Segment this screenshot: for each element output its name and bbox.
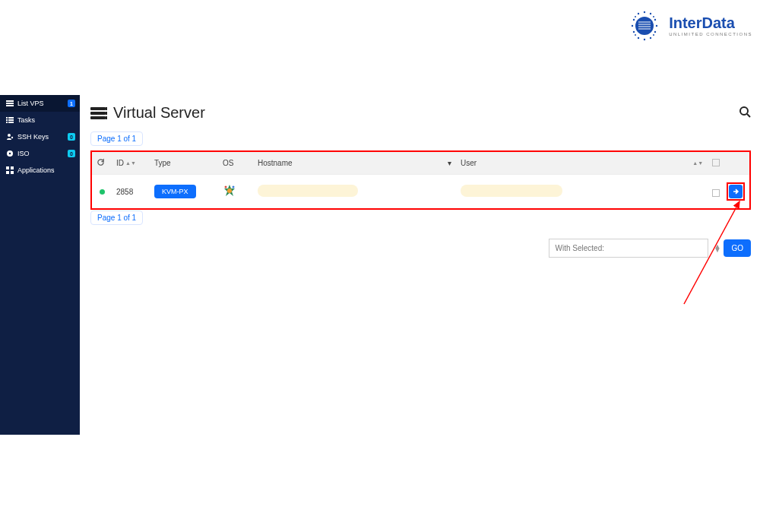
svg-point-14 [650,37,651,39]
column-type[interactable]: Type [150,152,218,175]
apps-icon [6,166,14,174]
status-dot [100,189,105,195]
column-os[interactable]: OS [218,152,253,175]
vps-table: ID▲▼ Type OS Hostname ▾ User ▲▼ 2858 KVM… [92,152,749,208]
svg-rect-1 [638,20,651,32]
table-row: 2858 KVM-PX [92,175,749,209]
sidebar-badge: 0 [68,133,75,141]
svg-rect-36 [11,166,14,169]
page-title: Virtual Server [113,104,205,122]
sidebar-item-tasks[interactable]: Tasks [0,112,80,128]
svg-point-16 [654,31,656,33]
svg-point-18 [635,16,636,17]
svg-rect-23 [6,103,14,104]
column-user[interactable]: User [456,152,686,175]
svg-line-40 [747,114,750,117]
main-content: Virtual Server Page 1 of 1 ID▲▼ Type OS … [80,95,760,435]
sidebar: List VPS 1 Tasks SSH Keys 0 ISO 0 [0,95,80,435]
column-sort-user[interactable]: ▲▼ [686,152,708,175]
column-id[interactable]: ID▲▼ [112,152,150,175]
svg-rect-29 [6,122,8,123]
sort-icon: ▲▼ [692,162,703,165]
column-refresh[interactable] [92,152,112,175]
with-selected-dropdown[interactable]: With Selected: [549,239,708,258]
svg-point-8 [633,31,635,33]
svg-rect-27 [6,119,8,121]
svg-rect-35 [6,166,9,169]
bulk-action-row: With Selected: ▲▼ GO [90,239,751,258]
sidebar-badge: 0 [68,150,75,157]
svg-point-7 [633,19,635,21]
svg-point-19 [653,16,654,17]
svg-point-20 [635,34,636,36]
go-button[interactable]: GO [724,239,751,257]
sidebar-item-list-vps[interactable]: List VPS 1 [0,95,80,112]
svg-point-21 [653,34,654,36]
column-hostname[interactable]: Hostname [253,152,443,175]
svg-point-13 [650,13,651,14]
svg-point-34 [9,153,11,154]
sidebar-item-label: SSH Keys [17,133,49,141]
sort-icon: ▲▼ [125,162,136,165]
globe-icon [626,8,663,44]
user-key-icon [6,133,14,141]
svg-point-43 [225,186,227,188]
svg-rect-37 [6,171,9,174]
sidebar-item-applications[interactable]: Applications [0,162,80,179]
svg-point-32 [11,137,13,138]
pagination-top[interactable]: Page 1 of 1 [90,131,143,146]
column-dropdown[interactable]: ▾ [443,152,456,175]
type-badge: KVM-PX [154,185,196,198]
brand-name: InterData [669,15,752,30]
svg-rect-26 [8,117,14,119]
pagination-bottom[interactable]: Page 1 of 1 [90,211,143,225]
sidebar-item-label: ISO [17,150,30,157]
sidebar-item-iso[interactable]: ISO 0 [0,145,80,162]
svg-point-15 [654,19,656,21]
svg-point-41 [227,188,232,193]
brand-tagline: UNLIMITED CONNECTIONS [669,32,752,36]
row-checkbox[interactable] [712,189,720,197]
os-icon [223,184,236,198]
svg-rect-38 [11,171,14,174]
column-select-all[interactable] [708,152,749,175]
sidebar-item-label: Applications [17,166,55,174]
svg-point-39 [740,107,748,115]
redacted-user [461,185,562,197]
sidebar-item-ssh-keys[interactable]: SSH Keys 0 [0,128,80,145]
refresh-icon [97,158,105,166]
search-icon[interactable] [739,106,751,121]
row-action-button[interactable] [729,185,743,198]
sort-icon: ▲▼ [714,245,721,252]
highlight-box: ID▲▼ Type OS Hostname ▾ User ▲▼ 2858 KVM… [90,150,751,210]
checkbox-icon[interactable] [712,159,720,166]
svg-point-10 [638,37,639,39]
server-icon [90,107,106,119]
highlight-small [727,182,745,201]
svg-rect-30 [8,122,14,123]
sidebar-badge: 1 [68,100,75,107]
svg-point-17 [656,25,657,27]
svg-point-9 [638,13,639,14]
sidebar-item-label: List VPS [17,100,44,107]
svg-point-12 [644,39,645,40]
svg-rect-22 [6,100,14,102]
svg-point-6 [632,25,633,27]
svg-point-31 [8,134,11,137]
redacted-hostname [258,185,358,197]
disc-icon [6,150,14,157]
svg-rect-25 [6,117,8,119]
cell-id: 2858 [112,175,150,209]
tasks-icon [6,116,14,124]
svg-rect-28 [8,119,14,121]
svg-point-42 [233,186,235,188]
svg-rect-24 [6,105,14,106]
arrow-right-icon [732,188,739,195]
brand-logo: InterData UNLIMITED CONNECTIONS [626,8,752,44]
sidebar-item-label: Tasks [17,116,35,124]
svg-point-11 [644,11,645,13]
list-icon [6,100,14,107]
